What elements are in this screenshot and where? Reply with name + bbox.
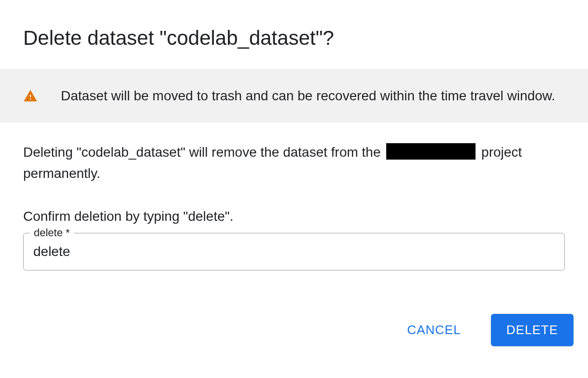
delete-button[interactable]: DELETE bbox=[491, 314, 574, 346]
dialog-actions: CANCEL DELETE bbox=[0, 270, 588, 361]
confirm-instruction: Confirm deletion by typing "delete". bbox=[23, 209, 565, 224]
delete-dataset-dialog: Delete dataset "codelab_dataset"? Datase… bbox=[0, 0, 588, 361]
delete-description: Deleting "codelab_dataset" will remove t… bbox=[23, 142, 565, 184]
warning-icon bbox=[23, 89, 38, 103]
redacted-project-name bbox=[386, 143, 476, 160]
input-label: delete * bbox=[30, 227, 74, 239]
dialog-title: Delete dataset "codelab_dataset"? bbox=[0, 0, 588, 69]
banner-message: Dataset will be moved to trash and can b… bbox=[61, 86, 555, 105]
info-banner: Dataset will be moved to trash and can b… bbox=[0, 69, 588, 122]
cancel-button[interactable]: CANCEL bbox=[392, 314, 476, 346]
description-prefix: Deleting "codelab_dataset" will remove t… bbox=[23, 145, 384, 160]
confirm-input-wrapper: delete * bbox=[23, 233, 565, 270]
confirm-delete-input[interactable] bbox=[23, 233, 565, 270]
dialog-body: Deleting "codelab_dataset" will remove t… bbox=[0, 122, 588, 270]
